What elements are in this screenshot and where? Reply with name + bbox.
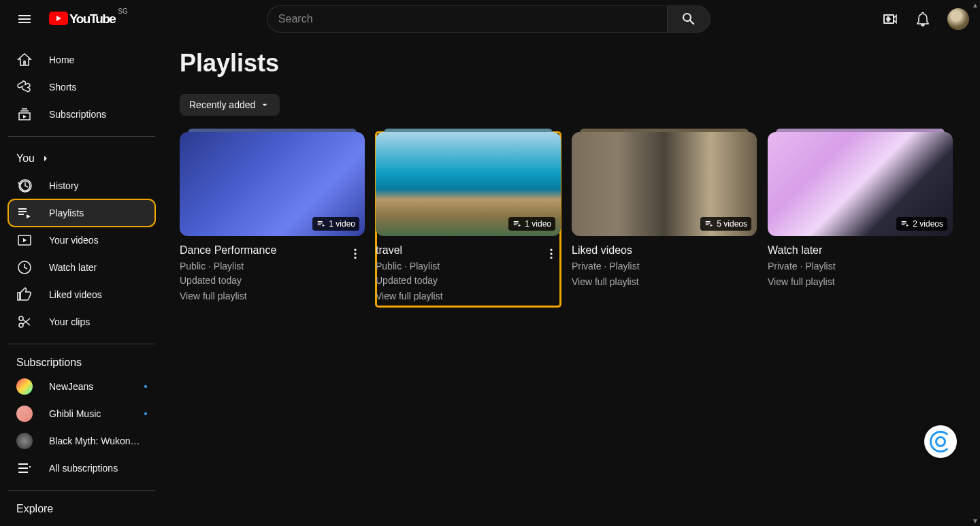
scroll-up-icon: ▲ [972,1,979,9]
svg-point-4 [354,249,356,251]
history-icon [16,178,33,194]
you-header[interactable]: You [8,145,155,172]
sidebar-item-label: Playlists [49,208,84,218]
playlist-thumbnail[interactable]: 1 video [376,132,561,236]
search-input[interactable] [267,5,667,33]
view-full-playlist-link[interactable]: View full playlist [768,276,953,287]
sidebar-item-label: Home [49,54,74,65]
scroll-down-icon: ▼ [972,517,979,525]
helper-icon [930,431,951,453]
playlist-updated: Updated today [180,274,365,288]
view-full-playlist-link[interactable]: View full playlist [376,291,561,301]
playlist-title[interactable]: Dance Performance [180,244,365,257]
play-icon [49,12,68,25]
notifications-button[interactable] [909,5,936,33]
playlist-menu-button[interactable] [343,242,368,266]
playlist-thumbnail[interactable]: 5 videos [572,132,757,236]
sidebar-item-playlists[interactable]: Playlists [8,199,155,227]
shorts-icon [16,79,33,95]
sidebar-item-home[interactable]: Home [8,46,155,73]
subscription-item-0[interactable]: NewJeans [8,373,155,400]
divider [8,490,155,491]
sidebar-item-history[interactable]: History [8,172,155,199]
more-vert-icon [544,247,558,261]
search-button[interactable] [667,5,710,33]
watch-later-icon [16,259,33,276]
all-subscriptions[interactable]: All subscriptions [8,455,155,482]
channel-name: NewJeans [49,381,93,392]
main-content: Playlists Recently added 1 video Dance P… [163,38,980,526]
playlist-title[interactable]: Liked videos [572,244,757,257]
sidebar-item-clips[interactable]: Your clips [8,308,155,335]
your-videos-icon [16,232,33,248]
search-container [267,5,710,33]
sidebar-item-label: History [49,180,79,191]
divider [8,136,155,137]
sidebar-item-liked[interactable]: Liked videos [8,281,155,308]
video-count-badge: 1 video [508,217,555,231]
card-body: Watch later Private · Playlist View full… [768,236,953,287]
sidebar-item-your-videos[interactable]: Your videos [8,227,155,254]
video-count-badge: 2 videos [896,217,947,231]
playlist-title[interactable]: Watch later [768,244,953,257]
playlist-card-3: 2 videos Watch later Private · Playlist … [768,132,953,307]
helper-fab[interactable] [924,425,957,458]
playlist-icon [316,219,326,229]
clips-icon [16,314,33,330]
playlist-icon [900,219,910,229]
card-body: travel Public · Playlist Updated today V… [376,236,561,301]
view-full-playlist-link[interactable]: View full playlist [572,276,757,287]
subscription-item-2[interactable]: Black Myth: Wukon… [8,427,155,455]
create-button[interactable] [877,5,904,33]
page-title: Playlists [180,49,964,78]
liked-icon [16,286,33,303]
topbar-left: YouTube SG [11,5,128,33]
sidebar-item-watch-later[interactable]: Watch later [8,254,155,281]
playlist-menu-button[interactable] [539,242,564,266]
card-body: Liked videos Private · Playlist View ful… [572,236,757,287]
sidebar-item-label: Your videos [49,235,99,246]
new-content-dot [144,412,147,415]
playlist-thumbnail[interactable]: 1 video [180,132,365,236]
chip-label: Recently added [189,99,255,110]
playlist-card-1: 1 video travel Public · Playlist Updated… [376,132,561,307]
svg-point-6 [354,257,356,259]
svg-point-7 [550,249,552,251]
sidebar-item-label: All subscriptions [49,463,118,474]
sidebar-item-shorts[interactable]: Shorts [8,73,155,101]
sidebar[interactable]: HomeShortsSubscriptionsYouHistoryPlaylis… [0,38,163,526]
playlist-thumbnail[interactable]: 2 videos [768,132,953,236]
playlist-card-0: 1 video Dance Performance Public · Playl… [180,132,365,307]
divider [8,344,155,344]
view-full-playlist-link[interactable]: View full playlist [180,291,365,301]
sidebar-item-subscriptions[interactable]: Subscriptions [8,101,155,128]
sidebar-item-label: Your clips [49,316,90,327]
playlist-meta: Private · Playlist [572,259,757,274]
playlists-icon [16,205,33,221]
playlist-card-2: 5 videos Liked videos Private · Playlist… [572,132,757,307]
channel-name: Black Myth: Wukon… [49,435,140,446]
topbar: YouTube SG [0,0,980,38]
country-code: SG [118,7,127,15]
youtube-logo[interactable]: YouTube SG [49,12,128,27]
playlist-icon [512,219,522,229]
playlist-title[interactable]: travel [376,244,561,257]
card-body: Dance Performance Public · Playlist Upda… [180,236,365,301]
user-avatar[interactable] [947,8,969,30]
menu-icon [16,11,33,27]
sidebar-item-label: Shorts [49,82,76,93]
list-icon [16,460,33,476]
sidebar-item-label: Liked videos [49,289,102,300]
svg-point-5 [354,252,356,254]
home-icon [16,52,33,68]
topbar-right [877,5,969,33]
sort-chip[interactable]: Recently added [180,94,280,116]
svg-point-8 [550,252,552,254]
video-count-badge: 5 videos [700,217,751,231]
hamburger-menu-button[interactable] [11,5,38,33]
channel-avatar [16,433,33,449]
subscription-item-1[interactable]: Ghibli Music [8,400,155,427]
more-vert-icon [348,247,362,261]
logo-text: YouTube [69,12,115,27]
svg-point-9 [550,257,552,259]
